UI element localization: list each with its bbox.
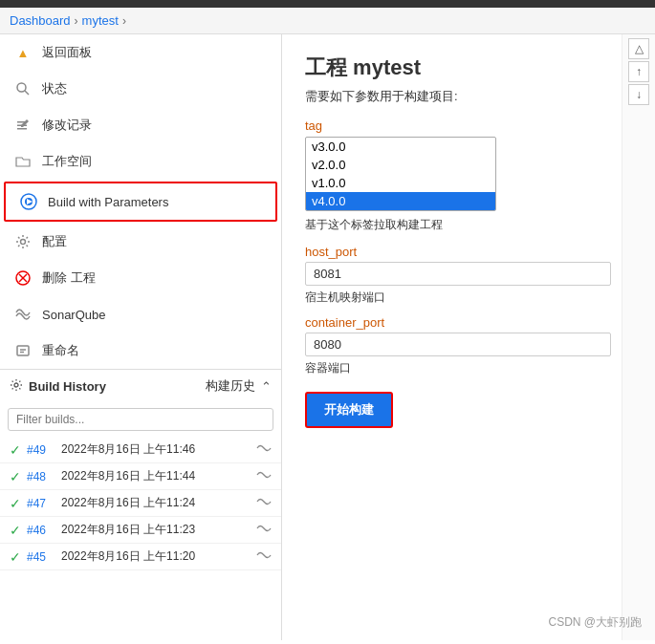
sidebar-item-label-sonarqube: SonarQube bbox=[42, 308, 106, 322]
tag-option-v400[interactable]: v4.0.0 bbox=[306, 192, 495, 210]
check-icon: ✓ bbox=[10, 496, 21, 511]
sidebar-item-label-history: 修改记录 bbox=[42, 117, 92, 134]
build-history-row: ✓ #45 2022年8月16日 上午11:20 bbox=[0, 544, 281, 570]
sidebar-item-build-with-params[interactable]: Build with Parameters bbox=[4, 182, 277, 222]
project-subtitle: 需要如下参数用于构建项目: bbox=[305, 88, 599, 105]
breadcrumb: Dashboard › mytest › bbox=[0, 8, 655, 34]
build-history-row: ✓ #46 2022年8月16日 上午11:23 bbox=[0, 517, 281, 544]
scroll-up-button[interactable]: ↑ bbox=[628, 61, 649, 82]
build-date: 2022年8月16日 上午11:24 bbox=[61, 495, 251, 511]
check-icon: ✓ bbox=[10, 549, 21, 565]
sidebar-item-delete[interactable]: 删除 工程 bbox=[0, 260, 281, 296]
wave-small-icon bbox=[256, 496, 272, 510]
svg-point-8 bbox=[21, 240, 26, 245]
build-history-row: ✓ #47 2022年8月16日 上午11:24 bbox=[0, 490, 281, 517]
rename-icon bbox=[13, 341, 33, 360]
scroll-controls: △ ↑ ↓ bbox=[622, 34, 655, 640]
sidebar-item-history[interactable]: 修改记录 bbox=[0, 107, 281, 143]
delete-icon bbox=[13, 268, 33, 288]
build-link[interactable]: #46 bbox=[27, 524, 55, 537]
tag-select[interactable]: v3.0.0 v2.0.0 v1.0.0 v4.0.0 bbox=[305, 137, 496, 211]
sidebar-item-label-workspace: 工作空间 bbox=[42, 153, 92, 170]
check-icon: ✓ bbox=[10, 469, 21, 484]
sidebar-item-label-back: 返回面板 bbox=[42, 44, 92, 61]
breadcrumb-project[interactable]: mytest bbox=[82, 13, 119, 28]
tag-option-v300[interactable]: v3.0.0 bbox=[306, 138, 495, 156]
wave-small-icon bbox=[256, 549, 272, 564]
build-date: 2022年8月16日 上午11:44 bbox=[61, 468, 251, 484]
main-content: 工程 mytest 需要如下参数用于构建项目: tag v3.0.0 v2.0.… bbox=[282, 34, 622, 640]
edit-icon bbox=[13, 116, 33, 135]
sidebar-item-sonarqube[interactable]: SonarQube bbox=[0, 296, 281, 333]
wave-small-icon bbox=[256, 469, 272, 483]
build-history-chinese-title: 构建历史 bbox=[206, 377, 255, 395]
sidebar-item-back[interactable]: ▲ 返回面板 bbox=[0, 34, 281, 71]
wave-small-icon bbox=[256, 442, 272, 457]
folder-icon bbox=[13, 152, 33, 171]
sidebar-item-label-rename: 重命名 bbox=[42, 342, 79, 359]
play-icon bbox=[19, 192, 38, 211]
build-link[interactable]: #45 bbox=[27, 550, 55, 564]
svg-point-15 bbox=[14, 383, 18, 387]
sidebar: ▲ 返回面板 状态 修改记录 工作空间 Build w bbox=[0, 34, 282, 640]
breadcrumb-sep2: › bbox=[122, 14, 126, 28]
tag-label: tag bbox=[305, 118, 599, 133]
filter-builds-input[interactable] bbox=[8, 408, 273, 431]
build-history-title: Build History bbox=[29, 379, 200, 394]
build-history-row: ✓ #49 2022年8月16日 上午11:46 bbox=[0, 437, 281, 463]
build-history-gear-icon bbox=[10, 378, 23, 395]
arrow-up-icon: ▲ bbox=[13, 43, 33, 62]
build-history-header: Build History 构建历史 ⌃ bbox=[0, 369, 281, 402]
top-bar bbox=[0, 0, 655, 8]
sidebar-item-config[interactable]: 配置 bbox=[0, 224, 281, 260]
sidebar-item-status[interactable]: 状态 bbox=[0, 71, 281, 107]
chevron-up-icon[interactable]: ⌃ bbox=[261, 379, 272, 394]
breadcrumb-sep1: › bbox=[75, 14, 78, 28]
host-port-input[interactable] bbox=[305, 262, 611, 286]
build-button[interactable]: 开始构建 bbox=[305, 392, 393, 428]
breadcrumb-dashboard[interactable]: Dashboard bbox=[10, 13, 71, 28]
sidebar-item-label-delete: 删除 工程 bbox=[42, 269, 96, 287]
sidebar-item-label-config: 配置 bbox=[42, 233, 67, 250]
sidebar-item-label-build-with-params: Build with Parameters bbox=[48, 195, 168, 209]
tag-option-v200[interactable]: v2.0.0 bbox=[306, 156, 495, 174]
build-link[interactable]: #48 bbox=[27, 470, 55, 483]
sidebar-item-label-status: 状态 bbox=[42, 80, 67, 97]
gear-icon bbox=[13, 232, 33, 251]
wave-small-icon bbox=[256, 523, 272, 537]
svg-line-1 bbox=[25, 91, 29, 95]
scroll-top-button[interactable]: △ bbox=[628, 38, 649, 59]
container-port-hint: 容器端口 bbox=[305, 360, 599, 376]
project-title: 工程 mytest bbox=[305, 54, 599, 82]
svg-rect-2 bbox=[17, 128, 27, 130]
build-date: 2022年8月16日 上午11:46 bbox=[61, 441, 251, 458]
build-link[interactable]: #49 bbox=[27, 443, 55, 457]
sidebar-item-rename[interactable]: 重命名 bbox=[0, 333, 281, 369]
container-port-label: container_port bbox=[305, 315, 599, 330]
host-port-hint: 宿主机映射端口 bbox=[305, 290, 599, 306]
search-icon bbox=[13, 79, 33, 98]
build-date: 2022年8月16日 上午11:23 bbox=[61, 522, 251, 538]
svg-rect-12 bbox=[17, 346, 29, 355]
build-link[interactable]: #47 bbox=[27, 497, 55, 510]
watermark: CSDN @大虾别跑 bbox=[548, 614, 642, 631]
scroll-down-button[interactable]: ↓ bbox=[628, 84, 649, 105]
build-history-row: ✓ #48 2022年8月16日 上午11:44 bbox=[0, 463, 281, 490]
container-port-input[interactable] bbox=[305, 333, 611, 356]
tag-option-v100[interactable]: v1.0.0 bbox=[306, 174, 495, 192]
svg-point-0 bbox=[17, 83, 26, 92]
sidebar-item-workspace[interactable]: 工作空间 bbox=[0, 143, 281, 180]
build-history-list: ✓ #49 2022年8月16日 上午11:46 ✓ #48 2022年8月16… bbox=[0, 437, 281, 570]
host-port-label: host_port bbox=[305, 245, 599, 259]
wave-icon bbox=[13, 305, 33, 324]
check-icon: ✓ bbox=[10, 523, 21, 538]
tag-hint: 基于这个标签拉取构建工程 bbox=[305, 217, 599, 233]
build-date: 2022年8月16日 上午11:20 bbox=[61, 548, 251, 565]
check-icon: ✓ bbox=[10, 442, 21, 458]
